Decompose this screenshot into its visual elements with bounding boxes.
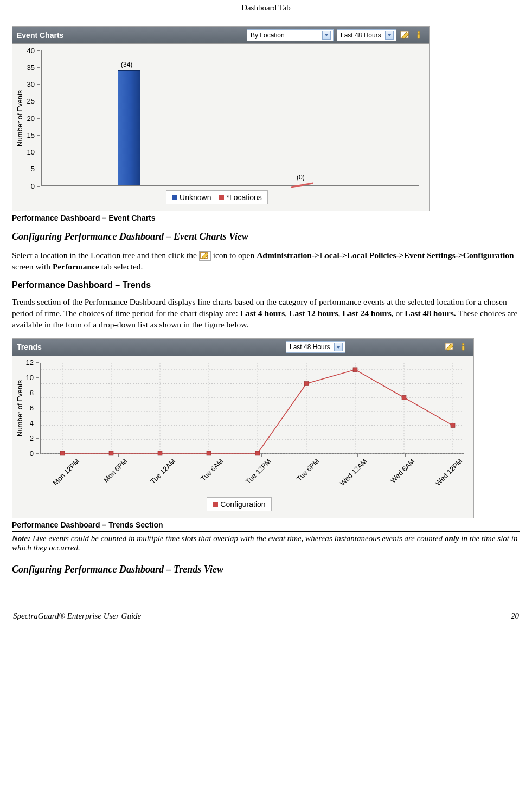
svg-rect-1 [418,34,420,38]
page-header-title: Dashboard Tab [12,0,520,14]
svg-rect-30 [402,395,406,400]
note-only: only [445,534,459,543]
legend-label-locations: *Locations [226,193,261,202]
ytick: 25 [27,97,35,105]
legend-swatch-locations [219,195,224,200]
xtick: Mon 6PM [97,457,129,490]
svg-rect-31 [451,423,455,427]
section-heading-configure-events: Configuring Performance Dashboard – Even… [12,231,520,242]
breadcrumb-path: Administration->Local->Local Policies->E… [257,250,514,260]
edit-icon [199,251,211,261]
trends-header: Trends Last 48 Hours [12,339,473,356]
section1-paragraph: Select a location in the Location tree a… [12,250,520,273]
trends-legend: Configuration [207,497,271,511]
view-select[interactable]: By Location [247,29,334,41]
note-text: Live events could be counted in multiple… [30,534,445,543]
xtick: Tue 6AM [193,457,225,490]
text: , [285,308,289,318]
svg-point-6 [462,343,464,345]
ytick: 10 [26,374,34,382]
page-number: 20 [511,612,519,621]
trends-caption: Performance Dashboard – Trends Section [12,520,520,529]
trends-plot [40,363,464,454]
chevron-down-icon [385,31,394,40]
text: screen with [12,262,53,271]
text: tab selected. [101,262,143,271]
event-chart-area: Number of Events 40 35 30 25 20 15 10 5 … [12,44,429,211]
text: Last 24 hours [342,308,391,318]
y-axis-label: Number of Events [15,50,25,186]
ytick: 8 [30,389,34,397]
event-charts-panel: Event Charts By Location Last 48 Hours N… [12,26,430,211]
section-heading-trends: Performance Dashboard – Trends [12,280,520,290]
bar-locations-label: (0) [297,173,305,181]
event-caption: Performance Dashboard – Event Charts [12,214,520,222]
xtick: Wed 12PM [432,457,464,490]
svg-rect-5 [462,346,464,350]
info-icon[interactable] [414,30,425,41]
legend-swatch-configuration [213,502,218,507]
ytick: 10 [27,148,35,156]
xtick: Wed 6AM [384,457,416,490]
ytick: 12 [26,358,34,367]
bar-unknown-label: (34) [121,61,132,68]
section2-paragraph: Trends section of the Performance Dashbo… [12,297,520,331]
info-icon[interactable] [458,342,469,352]
edit-icon[interactable] [400,30,411,41]
ytick: 15 [27,131,35,139]
panel-title: Trends [17,343,42,351]
text: Select a location in the Location tree a… [12,250,199,260]
chevron-down-icon [322,31,331,40]
ytick: 5 [31,165,35,173]
xtick: Tue 6PM [288,457,321,490]
section-heading-configure-trends: Configuring Performance Dashboard – Tren… [12,564,520,575]
trends-chart-area: Number of Events 12 10 8 6 4 2 0 Mon 12P… [12,356,473,518]
bar-unknown [118,70,140,185]
ytick: 4 [30,419,34,427]
ytick: 20 [27,114,35,123]
svg-point-2 [418,31,420,34]
ytick: 2 [30,434,34,442]
text: Last 12 hours [289,308,338,318]
period-select-value: Last 48 Hours [341,31,381,39]
note-box: Note: Live events could be counted in mu… [12,531,520,555]
event-plot: (34) (0) [41,50,419,186]
view-select-value: By Location [251,31,285,39]
note-lead: Note: [12,534,30,543]
legend-swatch-unknown [172,195,177,200]
trends-period-value: Last 48 Hours [290,343,330,351]
trends-period-select[interactable]: Last 48 Hours [286,341,345,353]
ytick: 0 [30,449,34,458]
xtick: Mon 12PM [49,457,81,490]
chevron-down-icon [334,343,343,351]
ytick: 30 [27,80,35,88]
event-charts-header: Event Charts By Location Last 48 Hours [12,27,429,44]
ytick: 0 [31,182,35,190]
ytick: 6 [30,404,34,412]
xtick: Tue 12AM [144,457,177,490]
legend-label-unknown: Unknown [180,193,211,202]
event-legend: Unknown *Locations [166,190,268,204]
edit-icon[interactable] [444,342,455,352]
y-axis-label: Number of Events [15,363,25,454]
panel-title: Event Charts [17,31,63,40]
trends-x-axis: Mon 12PMMon 6PMTue 12AMTue 6AMTue 12PMTu… [49,454,464,493]
text: Last 4 hours [240,308,285,318]
xtick: Tue 12PM [240,457,273,490]
ytick: 40 [27,47,35,55]
trends-y-axis: 12 10 8 6 4 2 0 [25,363,40,454]
legend-label-configuration: Configuration [220,500,265,509]
footer-title: SpectraGuard® Enterprise User Guide [13,612,141,621]
event-y-axis: 40 35 30 25 20 15 10 5 0 [25,50,41,186]
xtick: Wed 12AM [336,457,368,490]
svg-rect-28 [304,381,309,385]
text: icon to open [213,250,257,260]
ytick: 35 [27,63,35,72]
trends-panel: Trends Last 48 Hours Number of Events 12… [12,338,474,518]
svg-rect-29 [353,367,357,371]
text: , or [392,308,405,318]
page-footer: SpectraGuard® Enterprise User Guide 20 [12,609,520,621]
text: Performance [53,262,99,271]
text: Last 48 hours. [405,308,456,318]
period-select[interactable]: Last 48 Hours [337,29,396,41]
